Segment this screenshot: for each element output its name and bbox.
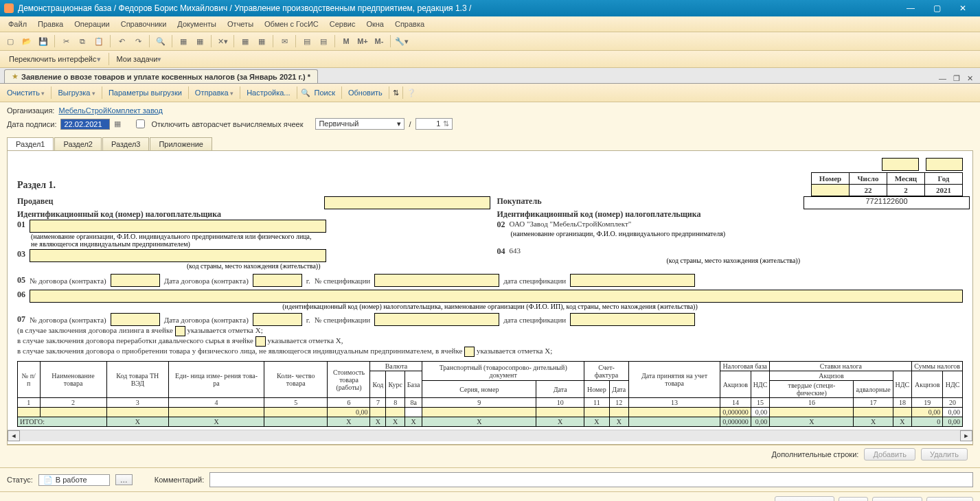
close-icon[interactable]: ✕▾ <box>215 34 230 49</box>
add-row-button[interactable]: Добавить <box>864 448 915 461</box>
buyer-id-field[interactable]: 7721122600 <box>804 196 970 209</box>
extra-rows-bar: Дополнительные строки: Добавить Удалить <box>7 445 973 463</box>
field-07-contract-no[interactable] <box>111 313 160 326</box>
status-field[interactable]: 📄В работе <box>38 474 110 486</box>
grid2-icon[interactable]: ▦ <box>192 34 207 49</box>
tab-section2[interactable]: Раздел2 <box>54 137 101 150</box>
scroll-left-icon[interactable]: ◄ <box>8 430 20 441</box>
ok-button[interactable]: OK <box>839 497 868 502</box>
redo-icon[interactable]: ↷ <box>130 34 146 49</box>
close-form-button[interactable]: Закрыть <box>926 497 973 502</box>
title-bar: Демонстрационная база / Федоров Борис Ми… <box>0 0 980 16</box>
save-icon[interactable]: 💾 <box>36 34 51 49</box>
refresh-button[interactable]: Обновить <box>345 87 385 98</box>
menu-gosis[interactable]: Обмен с ГосИС <box>259 19 324 30</box>
cut-icon[interactable]: ✂ <box>58 34 73 49</box>
organization-link[interactable]: МебельСтройКомплект завод <box>58 106 163 115</box>
calendar-icon[interactable]: ▦ <box>254 34 269 49</box>
leasing-checkbox[interactable] <box>175 326 185 336</box>
field-07-contract-date[interactable] <box>253 313 302 326</box>
status-picker-button[interactable]: … <box>115 474 133 485</box>
menu-file[interactable]: Файл <box>3 19 32 30</box>
tab-restore-icon[interactable]: ❐ <box>950 74 963 83</box>
copy-icon[interactable]: ⧉ <box>75 34 90 49</box>
menu-edit[interactable]: Правка <box>32 19 69 30</box>
my-tasks-button[interactable]: Мои задачи ▾ <box>112 53 167 66</box>
grid-icon[interactable]: ▦ <box>176 34 191 49</box>
field-07-spec-date[interactable] <box>570 313 695 326</box>
date-header-table: НомерЧислоМесяцГод 22 2 2021 <box>811 172 963 196</box>
physical-checkbox[interactable] <box>464 347 475 357</box>
m-minus-icon[interactable]: M- <box>372 34 387 49</box>
menu-help[interactable]: Справка <box>389 19 430 30</box>
sign-date-input[interactable] <box>60 119 110 130</box>
search-button[interactable]: Поиск <box>312 87 338 98</box>
find-icon[interactable]: 🔍 <box>153 34 168 49</box>
delete-row-button[interactable]: Удалить <box>921 448 968 461</box>
action-bar: 🖨Печать ▾ OK Записать Закрыть <box>0 491 980 501</box>
mail-icon[interactable]: ✉ <box>277 34 292 49</box>
export-params-button[interactable]: Параметры выгрузки <box>106 87 185 98</box>
tab-appendix[interactable]: Приложение <box>150 137 212 150</box>
settings-button[interactable]: Настройка... <box>244 87 293 98</box>
calendar-picker-icon[interactable]: ▦ <box>114 119 121 128</box>
list-icon[interactable]: ▤ <box>299 34 315 49</box>
paste-icon[interactable]: 📋 <box>91 34 106 49</box>
m-plus-icon[interactable]: M+ <box>355 34 370 49</box>
document-viewport[interactable]: Раздел 1. НомерЧислоМесяцГод 22 2 2021 П… <box>7 150 973 445</box>
hdr-year-cell: 2021 <box>925 185 963 196</box>
tab-minimize-icon[interactable]: — <box>936 74 949 83</box>
field-07-spec-no[interactable] <box>374 313 499 326</box>
list2-icon[interactable]: ▤ <box>316 34 331 49</box>
menu-operations[interactable]: Операции <box>69 19 115 30</box>
print-button[interactable]: 🖨Печать ▾ <box>775 496 834 501</box>
tab-close-icon[interactable]: ✕ <box>964 74 976 83</box>
type-select[interactable]: Первичный▾ <box>315 118 404 130</box>
new-icon[interactable]: ▢ <box>3 34 18 49</box>
close-button[interactable]: ✕ <box>950 0 976 16</box>
extra-rows-label: Дополнительные строки: <box>771 450 858 458</box>
seller-name-field[interactable] <box>324 196 490 209</box>
m-icon[interactable]: M <box>339 34 354 49</box>
blank2[interactable] <box>926 158 963 171</box>
wrench-icon[interactable]: 🔧▾ <box>394 34 409 49</box>
field-01[interactable] <box>30 220 326 233</box>
open-icon[interactable]: 📂 <box>19 34 34 49</box>
minimize-button[interactable]: — <box>898 0 924 16</box>
field-03[interactable] <box>30 249 326 262</box>
menu-service[interactable]: Сервис <box>324 19 361 30</box>
field-02: ОАО "Завод "МебельСтройКомплект" <box>510 220 632 230</box>
horizontal-scrollbar[interactable]: ◄► <box>8 430 972 441</box>
send-button[interactable]: Отправка <box>192 87 236 98</box>
field-06[interactable] <box>30 290 963 303</box>
help-icon[interactable]: ❔ <box>407 89 416 97</box>
field-05-contract-date[interactable] <box>253 274 302 287</box>
export-button[interactable]: Выгрузка <box>55 87 98 98</box>
switch-interface-button[interactable]: Переключить интерфейс ▾ <box>4 53 106 66</box>
seller-label: Продавец <box>17 196 53 207</box>
data-row[interactable]: 0,000,0000000,000,000,00 <box>18 408 963 417</box>
tab-section3[interactable]: Раздел3 <box>102 137 149 150</box>
document-tab[interactable]: ★Заявление о ввозе товаров и уплате косв… <box>4 69 318 83</box>
arrows-icon[interactable]: ⇅ <box>393 89 399 97</box>
menu-reports[interactable]: Отчеты <box>222 19 259 30</box>
menu-references[interactable]: Справочники <box>115 19 172 30</box>
save-button[interactable]: Записать <box>872 497 922 502</box>
processing-checkbox[interactable] <box>255 336 266 347</box>
blank1[interactable] <box>882 158 919 171</box>
tab-section1[interactable]: Раздел1 <box>7 137 54 150</box>
menu-documents[interactable]: Документы <box>172 19 222 30</box>
comment-input[interactable] <box>209 472 973 487</box>
undo-icon[interactable]: ↶ <box>114 34 129 49</box>
hdr-number-cell[interactable] <box>812 185 850 196</box>
disable-autocalc-checkbox[interactable] <box>136 119 145 128</box>
calc-icon[interactable]: ▦ <box>238 34 253 49</box>
clear-button[interactable]: Очистить <box>4 87 47 98</box>
field-05-contract-no[interactable] <box>111 274 160 287</box>
maximize-button[interactable]: ▢ <box>924 0 950 16</box>
field-05-spec-no[interactable] <box>374 274 499 287</box>
menu-windows[interactable]: Окна <box>361 19 389 30</box>
correction-number-input[interactable]: 1 ⇅ <box>415 118 453 130</box>
scroll-right-icon[interactable]: ► <box>960 430 972 441</box>
field-05-spec-date[interactable] <box>570 274 695 287</box>
